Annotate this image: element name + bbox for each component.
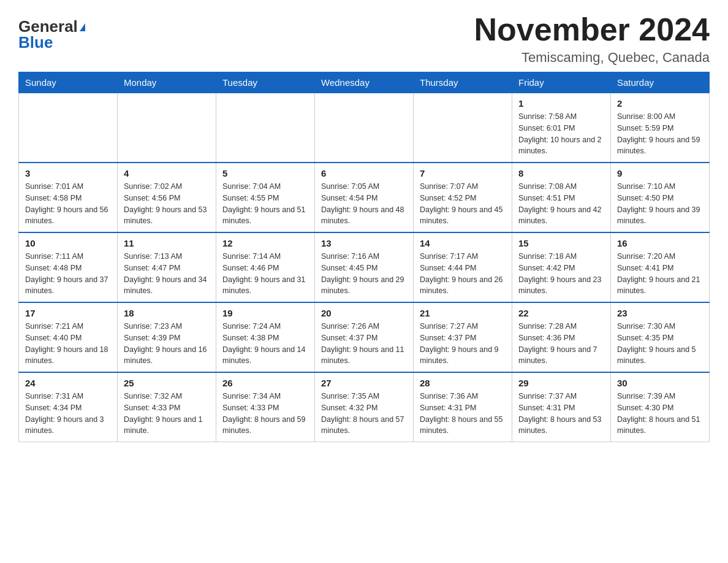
calendar-cell: 25Sunrise: 7:32 AMSunset: 4:33 PMDayligh… xyxy=(118,372,216,442)
day-info: Sunrise: 7:10 AMSunset: 4:50 PMDaylight:… xyxy=(617,181,703,227)
day-info: Sunrise: 7:28 AMSunset: 4:36 PMDaylight:… xyxy=(518,321,604,367)
day-number: 19 xyxy=(222,308,308,318)
day-info: Sunrise: 7:17 AMSunset: 4:44 PMDaylight:… xyxy=(420,251,506,297)
day-number: 1 xyxy=(518,98,604,109)
calendar-cell: 14Sunrise: 7:17 AMSunset: 4:44 PMDayligh… xyxy=(414,232,512,302)
calendar-cell xyxy=(414,93,512,163)
calendar-week-row: 3Sunrise: 7:01 AMSunset: 4:58 PMDaylight… xyxy=(19,163,710,232)
calendar-cell: 7Sunrise: 7:07 AMSunset: 4:52 PMDaylight… xyxy=(414,163,512,232)
day-number: 23 xyxy=(617,308,703,318)
weekday-header-row: SundayMondayTuesdayWednesdayThursdayFrid… xyxy=(19,72,710,93)
calendar-cell: 16Sunrise: 7:20 AMSunset: 4:41 PMDayligh… xyxy=(611,232,710,302)
calendar-cell: 29Sunrise: 7:37 AMSunset: 4:31 PMDayligh… xyxy=(512,372,611,442)
weekday-header-sunday: Sunday xyxy=(19,72,118,93)
calendar-cell: 17Sunrise: 7:21 AMSunset: 4:40 PMDayligh… xyxy=(19,302,118,372)
weekday-header-friday: Friday xyxy=(512,72,611,93)
calendar-cell: 4Sunrise: 7:02 AMSunset: 4:56 PMDaylight… xyxy=(118,163,216,232)
day-number: 26 xyxy=(222,378,308,388)
day-number: 7 xyxy=(420,168,506,178)
day-info: Sunrise: 7:35 AMSunset: 4:32 PMDaylight:… xyxy=(321,391,407,437)
day-number: 8 xyxy=(518,168,604,178)
day-number: 20 xyxy=(321,308,407,318)
day-number: 16 xyxy=(617,238,703,248)
day-info: Sunrise: 7:32 AMSunset: 4:33 PMDaylight:… xyxy=(124,391,210,437)
day-info: Sunrise: 7:18 AMSunset: 4:42 PMDaylight:… xyxy=(518,251,604,297)
calendar-table: SundayMondayTuesdayWednesdayThursdayFrid… xyxy=(18,72,710,442)
calendar-week-row: 1Sunrise: 7:58 AMSunset: 6:01 PMDaylight… xyxy=(19,93,710,163)
weekday-header-tuesday: Tuesday xyxy=(216,72,315,93)
calendar-week-row: 10Sunrise: 7:11 AMSunset: 4:48 PMDayligh… xyxy=(19,232,710,302)
weekday-header-thursday: Thursday xyxy=(414,72,512,93)
day-info: Sunrise: 7:21 AMSunset: 4:40 PMDaylight:… xyxy=(25,321,111,367)
calendar-cell: 8Sunrise: 7:08 AMSunset: 4:51 PMDaylight… xyxy=(512,163,611,232)
logo-blue-text: Blue xyxy=(18,34,53,50)
day-info: Sunrise: 7:31 AMSunset: 4:34 PMDaylight:… xyxy=(25,391,111,437)
calendar-cell: 27Sunrise: 7:35 AMSunset: 4:32 PMDayligh… xyxy=(315,372,414,442)
day-info: Sunrise: 7:20 AMSunset: 4:41 PMDaylight:… xyxy=(617,251,703,297)
calendar-cell: 22Sunrise: 7:28 AMSunset: 4:36 PMDayligh… xyxy=(512,302,611,372)
day-number: 11 xyxy=(124,238,210,248)
day-info: Sunrise: 7:14 AMSunset: 4:46 PMDaylight:… xyxy=(222,251,308,297)
calendar-cell: 12Sunrise: 7:14 AMSunset: 4:46 PMDayligh… xyxy=(216,232,315,302)
calendar-cell: 15Sunrise: 7:18 AMSunset: 4:42 PMDayligh… xyxy=(512,232,611,302)
day-info: Sunrise: 7:04 AMSunset: 4:55 PMDaylight:… xyxy=(222,181,308,227)
day-info: Sunrise: 7:34 AMSunset: 4:33 PMDaylight:… xyxy=(222,391,308,437)
title-section: November 2024 Temiscaming, Quebec, Canad… xyxy=(474,12,710,66)
day-number: 27 xyxy=(321,378,407,388)
calendar-cell: 18Sunrise: 7:23 AMSunset: 4:39 PMDayligh… xyxy=(118,302,216,372)
calendar-cell: 2Sunrise: 8:00 AMSunset: 5:59 PMDaylight… xyxy=(611,93,710,163)
calendar-cell: 11Sunrise: 7:13 AMSunset: 4:47 PMDayligh… xyxy=(118,232,216,302)
day-number: 12 xyxy=(222,238,308,248)
day-number: 3 xyxy=(25,168,111,178)
calendar-cell xyxy=(19,93,118,163)
day-number: 17 xyxy=(25,308,111,318)
day-info: Sunrise: 7:02 AMSunset: 4:56 PMDaylight:… xyxy=(124,181,210,227)
day-info: Sunrise: 7:26 AMSunset: 4:37 PMDaylight:… xyxy=(321,321,407,367)
day-info: Sunrise: 7:58 AMSunset: 6:01 PMDaylight:… xyxy=(518,111,604,157)
day-info: Sunrise: 7:13 AMSunset: 4:47 PMDaylight:… xyxy=(124,251,210,297)
day-info: Sunrise: 7:24 AMSunset: 4:38 PMDaylight:… xyxy=(222,321,308,367)
month-title: November 2024 xyxy=(474,12,710,47)
day-number: 18 xyxy=(124,308,210,318)
day-info: Sunrise: 7:11 AMSunset: 4:48 PMDaylight:… xyxy=(25,251,111,297)
calendar-cell: 5Sunrise: 7:04 AMSunset: 4:55 PMDaylight… xyxy=(216,163,315,232)
day-number: 15 xyxy=(518,238,604,248)
calendar-cell: 19Sunrise: 7:24 AMSunset: 4:38 PMDayligh… xyxy=(216,302,315,372)
calendar-week-row: 24Sunrise: 7:31 AMSunset: 4:34 PMDayligh… xyxy=(19,372,710,442)
calendar-cell: 26Sunrise: 7:34 AMSunset: 4:33 PMDayligh… xyxy=(216,372,315,442)
day-number: 21 xyxy=(420,308,506,318)
logo-general-text: General xyxy=(18,18,85,34)
page-header: General Blue November 2024 Temiscaming, … xyxy=(18,12,710,66)
day-number: 24 xyxy=(25,378,111,388)
day-info: Sunrise: 8:00 AMSunset: 5:59 PMDaylight:… xyxy=(617,111,703,157)
day-info: Sunrise: 7:01 AMSunset: 4:58 PMDaylight:… xyxy=(25,181,111,227)
calendar-cell xyxy=(216,93,315,163)
calendar-cell: 20Sunrise: 7:26 AMSunset: 4:37 PMDayligh… xyxy=(315,302,414,372)
day-info: Sunrise: 7:36 AMSunset: 4:31 PMDaylight:… xyxy=(420,391,506,437)
calendar-cell: 23Sunrise: 7:30 AMSunset: 4:35 PMDayligh… xyxy=(611,302,710,372)
day-number: 4 xyxy=(124,168,210,178)
day-number: 5 xyxy=(222,168,308,178)
day-number: 30 xyxy=(617,378,703,388)
weekday-header-monday: Monday xyxy=(118,72,216,93)
day-info: Sunrise: 7:23 AMSunset: 4:39 PMDaylight:… xyxy=(124,321,210,367)
weekday-header-saturday: Saturday xyxy=(611,72,710,93)
day-number: 13 xyxy=(321,238,407,248)
day-info: Sunrise: 7:27 AMSunset: 4:37 PMDaylight:… xyxy=(420,321,506,367)
calendar-cell: 28Sunrise: 7:36 AMSunset: 4:31 PMDayligh… xyxy=(414,372,512,442)
day-number: 9 xyxy=(617,168,703,178)
calendar-cell: 30Sunrise: 7:39 AMSunset: 4:30 PMDayligh… xyxy=(611,372,710,442)
calendar-cell: 3Sunrise: 7:01 AMSunset: 4:58 PMDaylight… xyxy=(19,163,118,232)
day-number: 6 xyxy=(321,168,407,178)
calendar-cell xyxy=(315,93,414,163)
calendar-week-row: 17Sunrise: 7:21 AMSunset: 4:40 PMDayligh… xyxy=(19,302,710,372)
day-info: Sunrise: 7:08 AMSunset: 4:51 PMDaylight:… xyxy=(518,181,604,227)
day-info: Sunrise: 7:05 AMSunset: 4:54 PMDaylight:… xyxy=(321,181,407,227)
calendar-cell: 9Sunrise: 7:10 AMSunset: 4:50 PMDaylight… xyxy=(611,163,710,232)
calendar-cell: 6Sunrise: 7:05 AMSunset: 4:54 PMDaylight… xyxy=(315,163,414,232)
day-number: 28 xyxy=(420,378,506,388)
day-info: Sunrise: 7:16 AMSunset: 4:45 PMDaylight:… xyxy=(321,251,407,297)
weekday-header-wednesday: Wednesday xyxy=(315,72,414,93)
day-info: Sunrise: 7:07 AMSunset: 4:52 PMDaylight:… xyxy=(420,181,506,227)
calendar-cell xyxy=(118,93,216,163)
